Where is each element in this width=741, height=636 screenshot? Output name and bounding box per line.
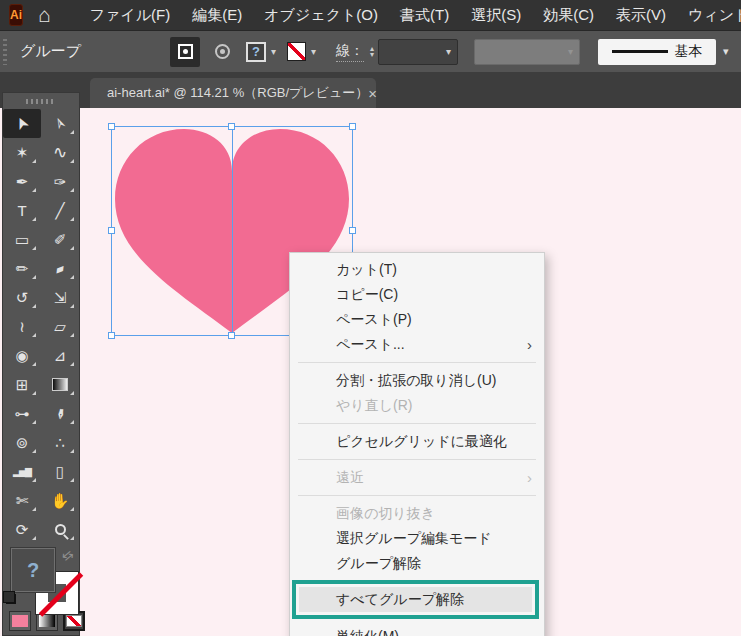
home-icon[interactable]: ⌂: [38, 5, 51, 25]
document-tab-title: ai-heart.ai* @ 114.21 %（RGB/プレビュー）: [107, 84, 368, 102]
selection-context-label: グループ: [20, 42, 138, 61]
stroke-weight-stepper[interactable]: ▴ ▾: [370, 46, 374, 58]
line-segment-tool[interactable]: ╱: [41, 196, 79, 225]
pen-tool-icon: ✒: [16, 173, 29, 191]
none-swatch-icon: [66, 615, 82, 627]
eraser-tool[interactable]: ▰: [41, 254, 79, 283]
swap-fill-stroke-icon[interactable]: ⇆: [59, 546, 77, 565]
rectangle-tool[interactable]: ▭: [3, 225, 41, 254]
gradient-tool[interactable]: [41, 370, 79, 399]
slice-tool[interactable]: ✄: [3, 486, 41, 515]
chevron-down-icon: ▾: [723, 45, 729, 58]
curvature-tool[interactable]: ✑: [41, 167, 79, 196]
free-transform-tool[interactable]: ▱: [41, 312, 79, 341]
lasso-tool[interactable]: ∿: [41, 138, 79, 167]
context-menu-item-2[interactable]: ペースト(P): [295, 307, 539, 332]
selection-handle-e[interactable]: [349, 227, 356, 234]
pencil-tool[interactable]: ✏: [3, 254, 41, 283]
selection-handle-w[interactable]: [108, 227, 115, 234]
transform-reference-button[interactable]: [170, 37, 200, 67]
context-menu-item-14[interactable]: グループ解除: [295, 551, 539, 576]
context-menu-item-16[interactable]: 単純化(M)...: [295, 624, 539, 636]
tool-panel-grip[interactable]: [3, 93, 79, 109]
selection-handle-nw[interactable]: [108, 123, 115, 130]
menubar-item-2[interactable]: オブジェクト(O): [253, 6, 389, 25]
context-menu-item-15[interactable]: すべてグループ解除: [299, 587, 532, 612]
context-menu-item-1[interactable]: コピー(C): [295, 282, 539, 307]
perspective-grid-tool[interactable]: ⊿: [41, 341, 79, 370]
context-menu-item-13[interactable]: 選択グループ編集モード: [295, 526, 539, 551]
stepper-down-icon[interactable]: ▾: [370, 52, 374, 58]
color-mode-button[interactable]: [9, 611, 31, 631]
column-graph-tool[interactable]: ▂▅▇: [3, 457, 41, 486]
magic-wand-tool[interactable]: ✶: [3, 138, 41, 167]
context-menu-item-5[interactable]: 分割・拡張の取り消し(U): [295, 368, 539, 393]
shape-builder-tool-icon: ◉: [15, 347, 28, 365]
menubar-item-7[interactable]: ウィンドウ(W): [677, 6, 741, 25]
menubar-item-0[interactable]: ファイル(F): [79, 6, 182, 25]
stroke-style-dropdown[interactable]: 基本 ▾: [598, 39, 729, 65]
menubar-item-6[interactable]: 表示(V): [605, 6, 677, 25]
fill-color-dropdown[interactable]: ? ▾: [244, 42, 278, 62]
default-fill-stroke-icon[interactable]: [6, 594, 16, 604]
type-tool[interactable]: T: [3, 196, 41, 225]
bounding-box-icon: [178, 44, 193, 59]
pen-tool[interactable]: ✒: [3, 167, 41, 196]
stroke-weight-dropdown[interactable]: ▾: [378, 39, 458, 65]
context-menu-item-3[interactable]: ペースト...›: [295, 332, 539, 357]
submenu-arrow-icon: ›: [527, 332, 532, 357]
pencil-tool-icon: ✏: [16, 260, 29, 278]
zoom-tool[interactable]: [41, 515, 79, 544]
menubar-item-3[interactable]: 書式(T): [389, 6, 460, 25]
selection-handle-sw[interactable]: [108, 332, 115, 339]
type-tool-icon: T: [17, 202, 26, 219]
context-menu-item-0[interactable]: カット(T): [295, 257, 539, 282]
context-menu-separator: [298, 362, 536, 363]
scale-tool[interactable]: ⇲: [41, 283, 79, 312]
menubar-item-1[interactable]: 編集(E): [181, 6, 253, 25]
illustrator-window: { "app": { "logo": "Ai" }, "menubar": { …: [0, 0, 741, 636]
close-tab-icon[interactable]: ×: [368, 86, 377, 101]
puppet-warp-tool[interactable]: ⊶: [3, 399, 41, 428]
selection-center-line: [232, 127, 233, 335]
eyedropper-tool[interactable]: ✒: [41, 399, 79, 428]
illustrator-logo[interactable]: Ai: [9, 4, 23, 26]
hand-tool[interactable]: ✋: [41, 486, 79, 515]
menubar-item-5[interactable]: 効果(C): [532, 6, 605, 25]
line-segment-tool-icon: ╱: [55, 202, 64, 220]
stroke-line-icon: [612, 50, 668, 53]
selection-handle-s[interactable]: [228, 332, 235, 339]
width-tool-icon: ≀: [19, 318, 25, 336]
selection-handle-ne[interactable]: [349, 123, 356, 130]
document-tab[interactable]: ai-heart.ai* @ 114.21 %（RGB/プレビュー） ×: [90, 78, 376, 108]
direct-selection-tool[interactable]: ➢: [41, 109, 79, 138]
selection-tool[interactable]: ➤: [3, 109, 41, 138]
canvas-artboard[interactable]: カット(T)コピー(C)ペースト(P)ペースト...›分割・拡張の取り消し(U)…: [0, 108, 741, 636]
fill-swatch[interactable]: ?: [11, 548, 55, 592]
target-button[interactable]: [207, 37, 237, 67]
context-menu-item-8[interactable]: ピクセルグリッドに最適化: [295, 429, 539, 454]
menubar-item-4[interactable]: 選択(S): [460, 6, 532, 25]
paintbrush-tool[interactable]: ✐: [41, 225, 79, 254]
stroke-color-dropdown[interactable]: ▾: [285, 42, 318, 61]
color-swatch-icon: [12, 615, 28, 627]
blend-tool[interactable]: ⊚: [3, 428, 41, 457]
top-menu-bar: Ai ⌂ ファイル(F)編集(E)オブジェクト(O)書式(T)選択(S)効果(C…: [0, 0, 741, 30]
free-transform-tool-icon: ▱: [54, 318, 66, 336]
rotate-view-tool[interactable]: ⟳: [3, 515, 41, 544]
context-menu-item-12: 画像の切り抜き: [295, 501, 539, 526]
selection-handle-n[interactable]: [228, 123, 235, 130]
tools-grid: ➤➢✶∿✒✑T╱▭✐✏▰↺⇲≀▱◉⊿⊞⊶✒⊚∴▂▅▇▯✄✋⟳: [3, 109, 79, 544]
zoom-tool-icon: [55, 524, 66, 535]
symbol-sprayer-tool[interactable]: ∴: [41, 428, 79, 457]
shape-builder-tool[interactable]: ◉: [3, 341, 41, 370]
control-bar-grip[interactable]: [3, 39, 7, 65]
artboard-tool[interactable]: ▯: [41, 457, 79, 486]
column-graph-tool-icon: ▂▅▇: [13, 467, 31, 477]
mesh-tool[interactable]: ⊞: [3, 370, 41, 399]
width-tool[interactable]: ≀: [3, 312, 41, 341]
chevron-down-icon: ▾: [446, 46, 451, 57]
rotate-tool[interactable]: ↺: [3, 283, 41, 312]
stroke-weight-label[interactable]: 線：: [336, 42, 364, 62]
rectangle-tool-icon: ▭: [15, 231, 29, 249]
